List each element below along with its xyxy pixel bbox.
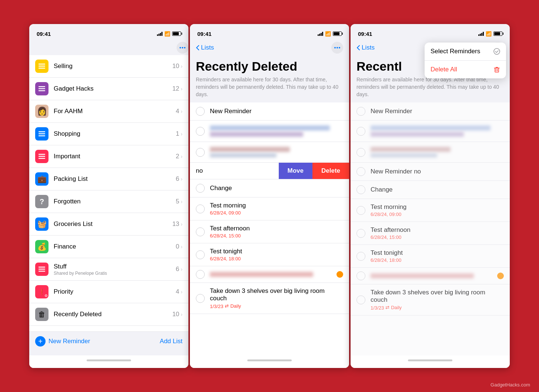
battery-icon-1 (172, 31, 181, 36)
list-info-finance: Finance (54, 243, 176, 250)
reminder-name-test-tonight: Test tonight (210, 248, 343, 255)
svg-point-0 (180, 47, 181, 48)
screen3-circle-afternoon (356, 229, 365, 238)
battery-icon-2 (333, 31, 342, 36)
screen3-subtitle: Reminders are available here for 30 days… (351, 75, 510, 102)
list-count-stuff: 6 (176, 266, 179, 273)
status-bar-3: 09:41 📶 (351, 24, 510, 40)
signal-bar-3-4 (483, 32, 484, 36)
back-button-3[interactable]: Lists (356, 44, 375, 51)
lists-content: Selling 10 › Gadget Hacks (29, 55, 188, 331)
reminder-circle-test-morning (196, 205, 205, 213)
list-item-forgotten[interactable]: ? Forgotten 5 › (29, 190, 188, 213)
dropdown-menu: Select Reminders Delete All (425, 43, 506, 78)
list-name-groceries-list: Groceries List (54, 220, 172, 228)
list-item-selling[interactable]: Selling 10 › (29, 55, 188, 78)
screen3-circle-morning (356, 206, 365, 215)
screen3-orange-dot (497, 273, 504, 279)
list-name-finance: Finance (54, 243, 176, 250)
list-item-stuff[interactable]: Stuff Shared by Penelope Gratis 6 › (29, 258, 188, 281)
status-bar-1: 09:41 📶 (29, 24, 188, 40)
svg-rect-3 (38, 64, 45, 65)
back-chevron-icon-2 (196, 45, 200, 51)
reminder-item-test-tonight[interactable]: Test tonight 6/28/24, 18:00 (190, 243, 349, 266)
delete-button[interactable]: Delete (312, 163, 349, 179)
nav-bar-2: Lists (190, 40, 349, 57)
list-item-packing-list[interactable]: 💼 Packing List 6 › (29, 168, 188, 190)
list-count-row-recently-deleted: 10 › (172, 311, 183, 318)
screen3-reminder-item-morning: Test morning 6/28/24, 09:00 (351, 199, 510, 222)
screen3-reminder-item-tonight: Test tonight 6/28/24, 18:00 (351, 245, 510, 268)
move-button[interactable]: Move (279, 163, 312, 179)
reminder-circle-blurred-3 (196, 270, 205, 279)
signal-bar-2-1 (318, 34, 319, 36)
reminder-item-take-down[interactable]: Take down 3 shelves over big living room… (190, 283, 349, 314)
reminder-name-new: New Reminder (210, 108, 343, 115)
reminder-item-test-morning[interactable]: Test morning 6/28/24, 09:00 (190, 197, 349, 220)
screen3-circle-tonight (356, 252, 365, 261)
svg-rect-10 (38, 134, 45, 135)
reminder-circle-test-tonight (196, 250, 205, 259)
list-count-row-priority: 4 › (176, 288, 183, 295)
screen3-reminder-item-new-no: New Reminder no (351, 163, 510, 181)
list-name-important: Important (54, 153, 176, 160)
screen3-date-morning: 6/28/24, 09:00 (371, 212, 504, 217)
list-item-groceries-list[interactable]: 🧺 Groceries List 13 › (29, 213, 188, 236)
svg-point-20 (339, 47, 340, 48)
status-time-2: 09:41 (197, 31, 211, 37)
list-item-for-aahm[interactable]: 👩 For AAHM 4 › (29, 100, 188, 123)
reminder-date-test-tonight: 6/28/24, 18:00 (210, 256, 343, 261)
screen2-title: Recently Deleted (190, 57, 349, 75)
list-item-finance[interactable]: 💰 Finance 0 › (29, 236, 188, 258)
list-count-selling: 10 (172, 62, 179, 70)
battery-fill-2 (334, 32, 339, 35)
dropdown-select-reminders[interactable]: Select Reminders (425, 43, 506, 61)
battery-fill-1 (173, 32, 179, 35)
list-icon-finance: 💰 (35, 240, 48, 253)
screen3-blurred-text-1 (371, 124, 504, 138)
list-info-groceries-list: Groceries List (54, 220, 172, 228)
list-count-row-important: 2 › (176, 153, 183, 160)
list-icon-shopping (35, 127, 48, 141)
reminder-circle-blurred-1 (196, 127, 205, 136)
screen3-name-morning: Test morning (371, 203, 504, 211)
checkmark-circle-icon (493, 48, 500, 55)
more-button-2[interactable] (331, 42, 343, 54)
list-chevron-for-aahm: › (181, 108, 183, 114)
add-list-button[interactable]: Add List (160, 338, 183, 345)
list-info-priority: Priority (54, 288, 176, 295)
screen3-date-tonight: 6/28/24, 18:00 (371, 257, 504, 263)
list-item-gadget-hacks[interactable]: Gadget Hacks 12 › (29, 78, 188, 100)
more-button-1[interactable] (177, 42, 188, 54)
blurred-text-area-1 (210, 124, 343, 138)
list-name-priority: Priority (54, 288, 176, 295)
list-chevron-finance: › (181, 244, 183, 250)
screen3-circle-blurred-2 (356, 148, 365, 157)
back-button-2[interactable]: Lists (196, 44, 214, 51)
reminder-circle-take-down (196, 294, 205, 303)
screen3-recurring-icon: ⇄ (385, 305, 389, 310)
svg-rect-5 (38, 68, 45, 69)
new-reminder-button[interactable]: + New Reminder (35, 336, 90, 347)
svg-rect-25 (495, 68, 499, 72)
list-item-important[interactable]: Important 2 › (29, 145, 188, 168)
reminder-date-take-down: 1/3/23 (210, 304, 223, 309)
svg-rect-15 (38, 267, 45, 268)
screen3-blurred-3 (351, 268, 510, 284)
reminder-item-change[interactable]: Change (190, 179, 349, 197)
reminder-circle-test-afternoon (196, 227, 205, 236)
reminder-item-new[interactable]: New Reminder (190, 102, 349, 121)
dropdown-delete-all[interactable]: Delete All (425, 61, 506, 78)
reminder-circle-new (196, 107, 205, 116)
screen3-reminder-item-take-down: Take down 3 shelves over big living room… (351, 284, 510, 315)
list-item-recently-deleted[interactable]: 🗑 Recently Deleted 10 › (29, 303, 188, 326)
reminder-item-blurred-1 (190, 121, 349, 142)
reminder-date-test-afternoon: 6/28/24, 15:00 (210, 233, 343, 239)
list-item-shopping[interactable]: Shopping 1 › (29, 123, 188, 145)
screen2-reminders-list: New Reminder no (190, 102, 349, 355)
svg-point-18 (334, 47, 336, 48)
reminder-item-test-afternoon[interactable]: Test afternoon 6/28/24, 15:00 (190, 220, 349, 243)
list-item-priority[interactable]: ❗ ⚙ Priority 4 › (29, 281, 188, 303)
blurred-line-2a (210, 147, 290, 152)
back-chevron-icon-3 (356, 45, 360, 51)
